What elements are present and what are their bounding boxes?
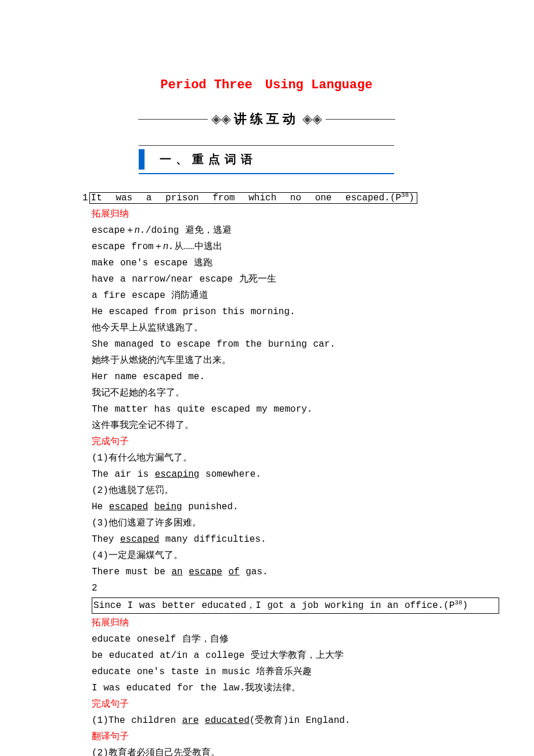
item2-num: 2 xyxy=(92,581,499,595)
line: I was educated for the law.我攻读法律。 xyxy=(92,681,499,695)
section-heading: 一、重点词语 xyxy=(139,145,394,174)
page-title: Period Three Using Language xyxy=(34,75,499,93)
line: have a narrow/near escape 九死一生 xyxy=(92,272,499,286)
line: educate oneself 自学，自修 xyxy=(92,632,499,646)
line: make one's escape 逃跑 xyxy=(92,256,499,270)
line: 她终于从燃烧的汽车里逃了出来。 xyxy=(92,354,499,368)
item2-box: Since I was better educated，I got a job … xyxy=(92,597,499,613)
complete-label: 完成句子 xyxy=(92,697,499,711)
content: 1It was a prison from which no one escap… xyxy=(34,190,499,756)
a2: He escaped being punished. xyxy=(92,500,499,514)
line: 他今天早上从监狱逃跑了。 xyxy=(92,321,499,335)
line: He escaped from prison this morning. xyxy=(92,305,499,319)
line: escape from＋n.从……中逃出 xyxy=(92,240,499,254)
complete-label: 完成句子 xyxy=(92,435,499,449)
decor-row: ◈◈ 讲练互动 ◈◈ xyxy=(34,110,499,128)
line: educate one's taste in music 培养音乐兴趣 xyxy=(92,665,499,679)
line: escape＋n./doing 避免，逃避 xyxy=(92,224,499,237)
q2: (2)教育者必须自己先受教育。 xyxy=(92,746,499,756)
q2: (2)他逃脱了惩罚。 xyxy=(92,484,499,498)
a1: The air is escaping somewhere. xyxy=(92,467,499,481)
line: Her name escaped me. xyxy=(92,370,499,384)
item1-head: 1It was a prison from which no one escap… xyxy=(92,190,499,205)
q3: (3)他们逃避了许多困难。 xyxy=(92,516,499,530)
item1-box: It was a prison from which no one escape… xyxy=(89,192,417,204)
decor-text: 讲练互动 xyxy=(234,111,299,126)
q1: (1)The children are educated(受教育)in Engl… xyxy=(92,714,499,728)
line: be educated at/in a college 受过大学教育，上大学 xyxy=(92,649,499,663)
section-label: 一、重点词语 xyxy=(148,149,394,170)
expand-label: 拓展归纳 xyxy=(92,207,499,221)
line: The matter has quite escaped my memory. xyxy=(92,402,499,416)
q4: (4)一定是漏煤气了。 xyxy=(92,549,499,563)
line: 我记不起她的名字了。 xyxy=(92,386,499,400)
a3: They escaped many difficulties. xyxy=(92,532,499,546)
line: a fire escape 消防通道 xyxy=(92,289,499,303)
a4: There must be an escape of gas. xyxy=(92,565,499,579)
expand-label: 拓展归纳 xyxy=(92,616,499,630)
line: She managed to escape from the burning c… xyxy=(92,337,499,351)
translate-label: 翻译句子 xyxy=(92,730,499,744)
q1: (1)有什么地方漏气了。 xyxy=(92,451,499,465)
line: 这件事我完全记不得了。 xyxy=(92,419,499,433)
